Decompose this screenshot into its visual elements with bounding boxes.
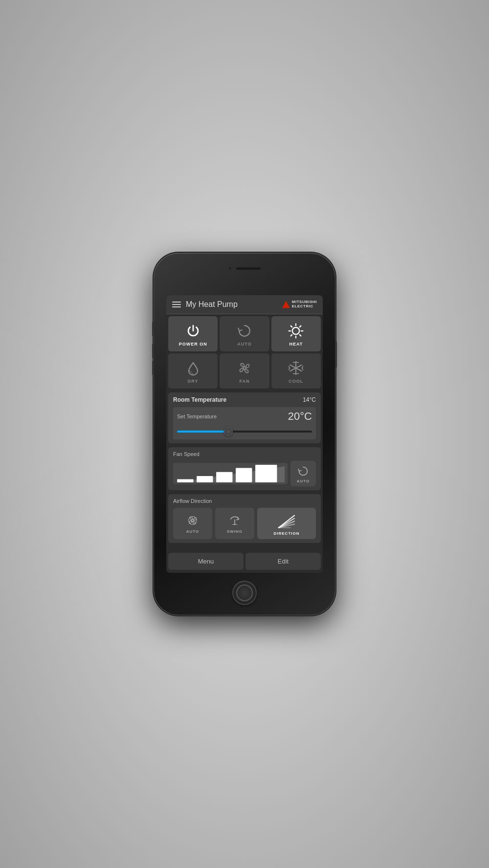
camera-dot xyxy=(228,267,231,270)
svg-rect-25 xyxy=(197,476,213,482)
airflow-swing-label: SWING xyxy=(227,529,243,534)
room-temp-label: Room Temperature xyxy=(173,396,226,403)
header-left: My Heat Pump xyxy=(172,300,238,309)
phone-frame: My Heat Pump MITSUBISHI ELECTRIC xyxy=(154,253,335,615)
airflow-label: Airflow Direction xyxy=(173,498,316,504)
airflow-auto-label: AUTO xyxy=(186,529,200,534)
airflow-auto-button[interactable]: AUTO xyxy=(173,508,212,539)
airflow-direction-icon xyxy=(276,512,297,529)
set-temp-section: Set Temperature 20°C xyxy=(173,407,316,439)
airflow-swing-icon xyxy=(228,514,242,527)
mode-grid: POWER ON AUTO xyxy=(166,314,323,391)
fan-auto-icon xyxy=(296,464,310,478)
temperature-slider[interactable] xyxy=(177,427,312,436)
speaker-grill xyxy=(236,267,261,270)
heat-mode-button[interactable]: HEAT xyxy=(271,316,321,351)
svg-point-30 xyxy=(189,516,197,524)
room-temp-row: Room Temperature 14°C xyxy=(173,396,316,403)
fan-speed-label: Fan Speed xyxy=(173,451,316,457)
svg-line-9 xyxy=(300,326,301,327)
svg-rect-27 xyxy=(236,468,252,482)
auto-label: AUTO xyxy=(237,342,251,347)
dry-label: DRY xyxy=(188,379,199,384)
direction-label: DIRECTION xyxy=(274,531,300,536)
brand-logo: MITSUBISHI ELECTRIC xyxy=(282,300,317,309)
slider-thumb[interactable] xyxy=(224,427,233,436)
slider-fill xyxy=(177,431,228,433)
fan-label: FAN xyxy=(239,379,249,384)
room-temp-value: 14°C xyxy=(303,396,316,403)
home-button[interactable] xyxy=(232,581,257,605)
temperature-section: Room Temperature 14°C Set Temperature 20… xyxy=(168,392,321,443)
phone-screen: My Heat Pump MITSUBISHI ELECTRIC xyxy=(166,295,323,573)
svg-rect-26 xyxy=(216,472,232,482)
airflow-direction-button[interactable]: DIRECTION xyxy=(257,508,316,539)
svg-rect-24 xyxy=(177,479,193,482)
svg-line-20 xyxy=(289,368,290,370)
brand-text: MITSUBISHI ELECTRIC xyxy=(292,300,317,309)
cool-label: COOL xyxy=(289,379,303,384)
svg-line-7 xyxy=(291,326,292,327)
app-header: My Heat Pump MITSUBISHI ELECTRIC xyxy=(166,295,323,314)
svg-point-2 xyxy=(292,327,299,334)
power-label: POWER ON xyxy=(179,342,207,347)
power-button[interactable]: POWER ON xyxy=(168,316,218,351)
svg-line-22 xyxy=(302,368,303,370)
airflow-auto-icon xyxy=(186,514,200,527)
cool-mode-button[interactable]: COOL xyxy=(271,353,321,389)
fan-speed-section: Fan Speed xyxy=(168,447,321,490)
mitsubishi-logo-icon xyxy=(282,301,290,308)
svg-rect-28 xyxy=(255,465,277,482)
svg-line-8 xyxy=(300,335,301,336)
auto-mode-button[interactable]: AUTO xyxy=(220,316,269,351)
menu-icon[interactable] xyxy=(172,302,181,307)
app-title: My Heat Pump xyxy=(186,300,238,309)
fan-speed-controls: AUTO xyxy=(173,461,316,486)
heat-label: HEAT xyxy=(289,342,303,347)
phone-top-hardware xyxy=(228,267,261,270)
bottom-bar: Menu Edit xyxy=(166,550,323,573)
set-temp-row: Set Temperature 20°C xyxy=(177,410,312,423)
app-container: My Heat Pump MITSUBISHI ELECTRIC xyxy=(166,295,323,573)
fan-auto-button[interactable]: AUTO xyxy=(290,461,316,486)
airflow-swing-button[interactable]: SWING xyxy=(215,508,254,539)
svg-line-10 xyxy=(291,335,292,336)
dry-mode-button[interactable]: DRY xyxy=(168,353,218,389)
slider-track xyxy=(177,431,312,433)
airflow-controls: AUTO SWING xyxy=(173,508,316,539)
fan-mode-button[interactable]: FAN xyxy=(220,353,269,389)
airflow-section: Airflow Direction AUTO xyxy=(168,494,321,543)
fan-auto-label: AUTO xyxy=(297,479,310,483)
edit-button[interactable]: Edit xyxy=(245,553,321,570)
set-temp-label: Set Temperature xyxy=(177,413,217,419)
fan-speed-bars[interactable] xyxy=(173,463,288,484)
set-temp-value: 20°C xyxy=(288,410,312,423)
fan-speed-visual xyxy=(176,465,285,482)
menu-button[interactable]: Menu xyxy=(168,553,244,570)
